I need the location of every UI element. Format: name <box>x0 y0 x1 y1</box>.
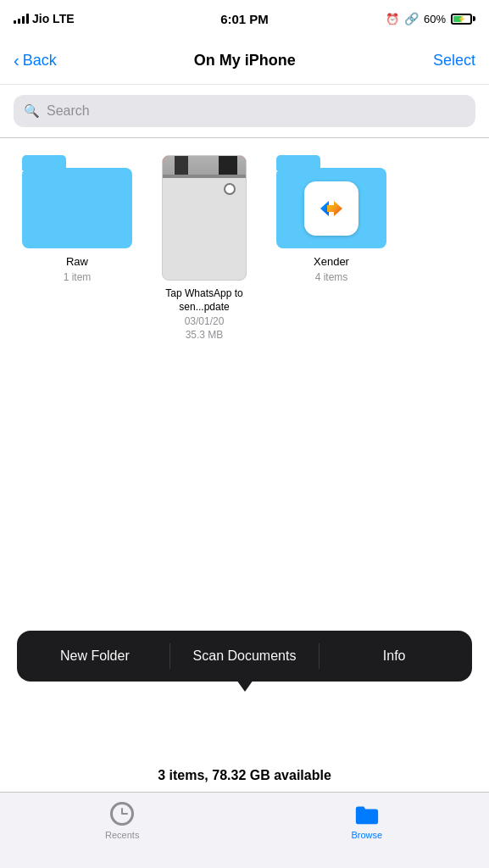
new-folder-button[interactable]: New Folder <box>20 634 169 678</box>
file-item-whatsapp[interactable]: TikTok Tap WhatsApp to sen...pdate 03/01… <box>158 155 251 341</box>
battery-percent: 60% <box>424 13 446 25</box>
file-item-xender[interactable]: Xender 4 items <box>268 155 395 283</box>
file-grid: Raw 1 item TikTok Tap WhatsA <box>0 138 489 358</box>
file-meta-xender: 4 items <box>315 271 348 283</box>
nav-bar: ‹ Back On My iPhone Select <box>0 37 489 85</box>
tab-browse[interactable]: Browse <box>333 801 401 840</box>
folder-browse-icon <box>354 802 380 826</box>
status-bar: Jio LTE 6:01 PM ⏰ 🔗 60% ⚡ <box>0 0 489 37</box>
carrier-label: Jio LTE <box>32 12 75 25</box>
toolbar-arrow <box>236 680 253 692</box>
status-left: Jio LTE <box>14 12 75 25</box>
status-time: 6:01 PM <box>220 12 269 26</box>
file-item-raw[interactable]: Raw 1 item <box>14 155 141 283</box>
search-placeholder: Search <box>47 103 90 119</box>
bottom-toolbar: New Folder Scan Documents Info <box>17 631 472 682</box>
scan-documents-button[interactable]: Scan Documents <box>170 634 320 678</box>
info-button[interactable]: Info <box>320 634 469 678</box>
folder-raw-icon <box>22 155 132 248</box>
link-icon: 🔗 <box>404 12 419 25</box>
recents-icon <box>109 801 135 826</box>
file-date-whatsapp: 03/01/20 <box>185 315 225 327</box>
folder-xender-icon <box>276 155 386 248</box>
browse-label: Browse <box>351 830 382 840</box>
search-bar[interactable]: 🔍 Search <box>14 95 475 127</box>
browse-icon <box>354 801 380 826</box>
battery-icon: ⚡ <box>451 14 475 25</box>
video-thumb-whatsapp: TikTok <box>162 155 247 281</box>
xender-logo-icon <box>314 191 349 226</box>
recents-label: Recents <box>105 830 139 840</box>
back-label: Back <box>23 52 57 70</box>
storage-info: 3 items, 78.32 GB available <box>0 768 489 783</box>
search-icon: 🔍 <box>24 103 40 119</box>
file-meta-raw: 1 item <box>64 271 92 283</box>
file-name-xender: Xender <box>314 255 349 270</box>
back-button[interactable]: ‹ Back <box>14 51 57 70</box>
signal-icon <box>14 14 29 24</box>
alarm-icon: ⏰ <box>386 13 399 25</box>
tab-recents[interactable]: Recents <box>88 801 156 840</box>
file-name-raw: Raw <box>66 255 88 270</box>
file-size-whatsapp: 35.3 MB <box>186 329 224 341</box>
status-right: ⏰ 🔗 60% ⚡ <box>386 12 475 25</box>
file-name-whatsapp: Tap WhatsApp to sen...pdate <box>158 287 251 314</box>
search-container: 🔍 Search <box>0 85 489 137</box>
back-chevron-icon: ‹ <box>14 51 19 70</box>
select-button[interactable]: Select <box>433 52 475 70</box>
clock-icon <box>110 802 134 826</box>
tab-bar: Recents Browse <box>0 792 489 868</box>
video-scene <box>163 171 246 178</box>
page-title: On My iPhone <box>194 52 296 70</box>
